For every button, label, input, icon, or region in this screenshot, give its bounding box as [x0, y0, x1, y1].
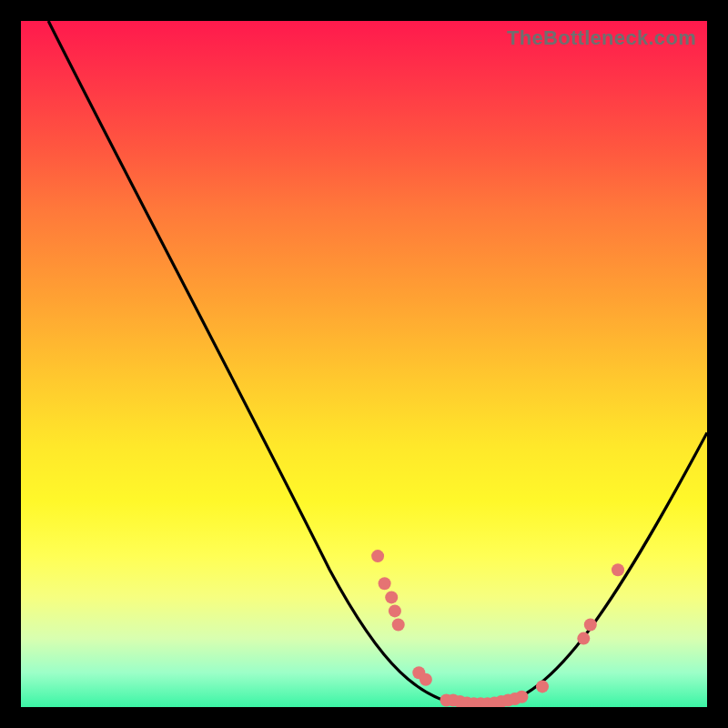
- data-points: [371, 550, 624, 707]
- data-point: [536, 680, 549, 693]
- data-point: [612, 563, 624, 576]
- data-point: [385, 591, 398, 603]
- data-point: [371, 550, 384, 562]
- curve-layer: [21, 21, 707, 707]
- data-point: [389, 604, 401, 617]
- data-point: [420, 673, 432, 686]
- bottleneck-curve: [48, 21, 707, 707]
- data-point: [584, 619, 597, 632]
- plot-area: TheBottleneck.com: [21, 21, 707, 707]
- data-point: [577, 632, 590, 645]
- data-point: [379, 577, 391, 590]
- data-point: [515, 691, 528, 703]
- data-point: [392, 619, 405, 632]
- chart-stage: TheBottleneck.com: [0, 0, 728, 728]
